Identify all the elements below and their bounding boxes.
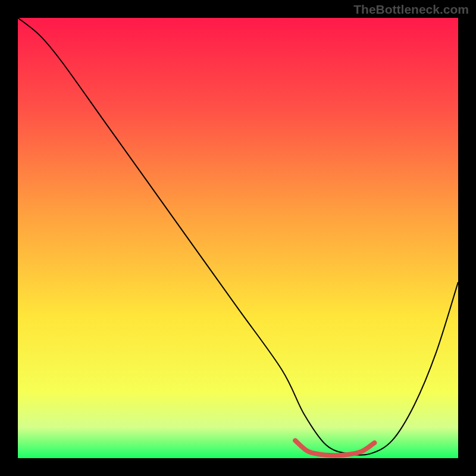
chart-plot-area [18, 18, 458, 458]
watermark: TheBottleneck.com [353, 2, 469, 17]
bottleneck-curve [18, 18, 458, 455]
optimal-range-curve [295, 440, 374, 455]
chart-curves [18, 18, 458, 458]
